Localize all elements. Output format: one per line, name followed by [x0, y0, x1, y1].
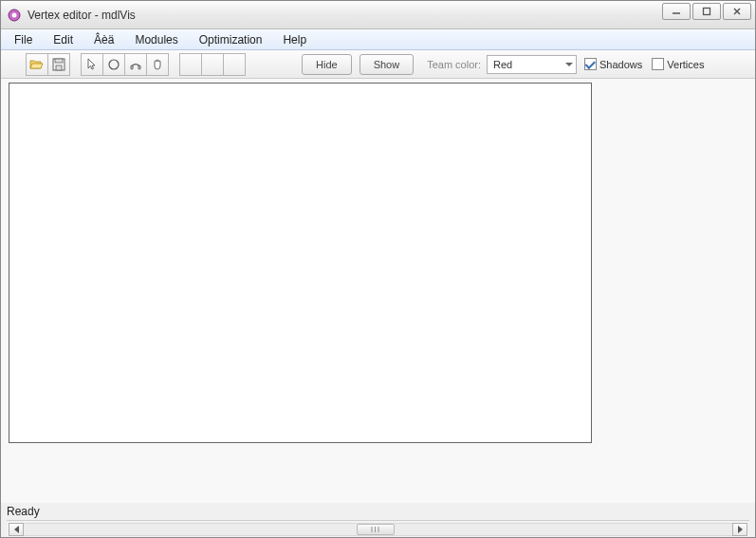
shadows-label: Shadows — [599, 59, 642, 70]
vertices-label: Vertices — [667, 59, 704, 70]
checkbox-icon — [584, 58, 597, 70]
status-bar: Ready — [1, 503, 755, 520]
svg-rect-3 — [704, 9, 710, 15]
scroll-right-button[interactable] — [732, 523, 747, 536]
maximize-button[interactable] — [692, 3, 721, 20]
empty-tool-2[interactable] — [201, 53, 224, 76]
empty-tool-3[interactable] — [223, 53, 246, 76]
cursor-icon — [86, 58, 98, 71]
menu-file[interactable]: File — [5, 31, 42, 48]
team-color-label: Team color: — [427, 59, 481, 70]
horizontal-scrollbar[interactable]: III — [7, 520, 749, 537]
open-button[interactable] — [26, 53, 48, 76]
vertices-checkbox[interactable]: Vertices — [652, 58, 704, 70]
team-color-value: Red — [493, 59, 512, 70]
svg-point-1 — [12, 12, 17, 17]
menu-view[interactable]: Âèä — [84, 31, 123, 48]
menu-optimization[interactable]: Optimization — [190, 31, 272, 48]
menu-bar: File Edit Âèä Modules Optimization Help — [1, 29, 755, 50]
hide-button[interactable]: Hide — [302, 54, 352, 75]
toolbar: Hide Show Team color: Red Shadows Vertic… — [1, 50, 755, 79]
close-button[interactable] — [723, 3, 751, 20]
canvas-viewport[interactable] — [9, 83, 592, 443]
title-bar: Vertex editor - mdlVis — [1, 1, 755, 29]
scroll-left-button[interactable] — [9, 523, 24, 536]
workspace — [1, 79, 755, 503]
show-button[interactable]: Show — [360, 54, 415, 75]
menu-modules[interactable]: Modules — [125, 31, 187, 48]
rotate-tool-button[interactable] — [124, 53, 147, 76]
scroll-thumb[interactable]: III — [357, 524, 395, 535]
empty-tool-1[interactable] — [179, 53, 202, 76]
triangle-left-icon — [14, 526, 19, 533]
chevron-down-icon — [565, 63, 573, 66]
scroll-track[interactable]: III — [24, 523, 732, 536]
circle-tool-button[interactable] — [102, 53, 125, 76]
folder-open-icon — [29, 58, 45, 71]
status-text: Ready — [7, 505, 40, 518]
team-color-combo[interactable]: Red — [487, 55, 577, 74]
circle-icon — [107, 58, 120, 71]
menu-help[interactable]: Help — [273, 31, 316, 48]
menu-edit[interactable]: Edit — [44, 31, 83, 48]
grip-icon: III — [371, 525, 381, 534]
save-button[interactable] — [47, 53, 70, 76]
checkbox-icon — [652, 58, 664, 70]
svg-point-9 — [109, 60, 119, 69]
select-tool-button[interactable] — [81, 53, 103, 76]
pan-tool-button[interactable] — [146, 53, 169, 76]
window-title: Vertex editor - mdlVis — [28, 9, 136, 22]
hand-icon — [151, 58, 164, 71]
svg-rect-8 — [56, 65, 62, 70]
app-icon — [7, 8, 22, 23]
headphones-icon — [129, 58, 142, 71]
floppy-disk-icon — [52, 58, 65, 71]
minimize-button[interactable] — [662, 3, 691, 20]
triangle-right-icon — [738, 526, 743, 533]
window-controls — [662, 3, 751, 20]
shadows-checkbox[interactable]: Shadows — [584, 58, 642, 70]
svg-rect-7 — [55, 59, 63, 63]
